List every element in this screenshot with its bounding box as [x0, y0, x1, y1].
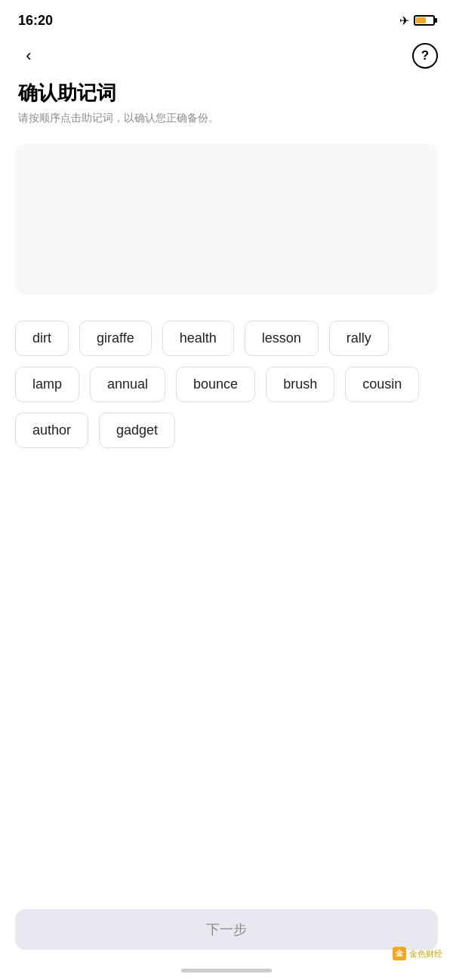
page-subtitle: 请按顺序点击助记词，以确认您正确备份。 [18, 111, 435, 126]
word-chip-gadget[interactable]: gadget [99, 413, 175, 448]
word-chip-lamp[interactable]: lamp [15, 367, 79, 402]
word-chip-annual[interactable]: annual [90, 367, 165, 402]
word-chip-lesson[interactable]: lesson [245, 321, 319, 356]
watermark-label: 金色财经 [409, 948, 442, 960]
word-chip-bounce[interactable]: bounce [176, 367, 255, 402]
status-icons: ✈ [399, 14, 435, 28]
nav-bar: ‹ ? [0, 38, 453, 74]
home-indicator [181, 969, 272, 972]
status-time: 16:20 [18, 13, 53, 29]
airplane-icon: ✈ [399, 14, 409, 28]
word-chip-health[interactable]: health [162, 321, 234, 356]
watermark: 金 金色财经 [393, 947, 442, 960]
bottom-area: 下一步 [0, 909, 453, 950]
status-bar: 16:20 ✈ [0, 0, 453, 38]
mnemonic-display-area [15, 144, 438, 295]
word-grid: dirtgiraffehealthlessonrallylampannualbo… [0, 307, 453, 462]
battery-icon [414, 15, 435, 26]
word-chip-cousin[interactable]: cousin [345, 367, 419, 402]
page-header: 确认助记词 请按顺序点击助记词，以确认您正确备份。 [0, 74, 453, 132]
watermark-icon: 金 [393, 947, 406, 960]
word-chip-giraffe[interactable]: giraffe [79, 321, 152, 356]
help-button[interactable]: ? [412, 43, 438, 69]
word-chip-brush[interactable]: brush [266, 367, 334, 402]
page-title: 确认助记词 [18, 80, 435, 106]
word-chip-author[interactable]: author [15, 413, 88, 448]
word-chip-dirt[interactable]: dirt [15, 321, 69, 356]
battery-fill [416, 17, 426, 23]
back-button[interactable]: ‹ [15, 42, 42, 69]
word-chip-rally[interactable]: rally [329, 321, 389, 356]
next-button[interactable]: 下一步 [15, 909, 438, 950]
